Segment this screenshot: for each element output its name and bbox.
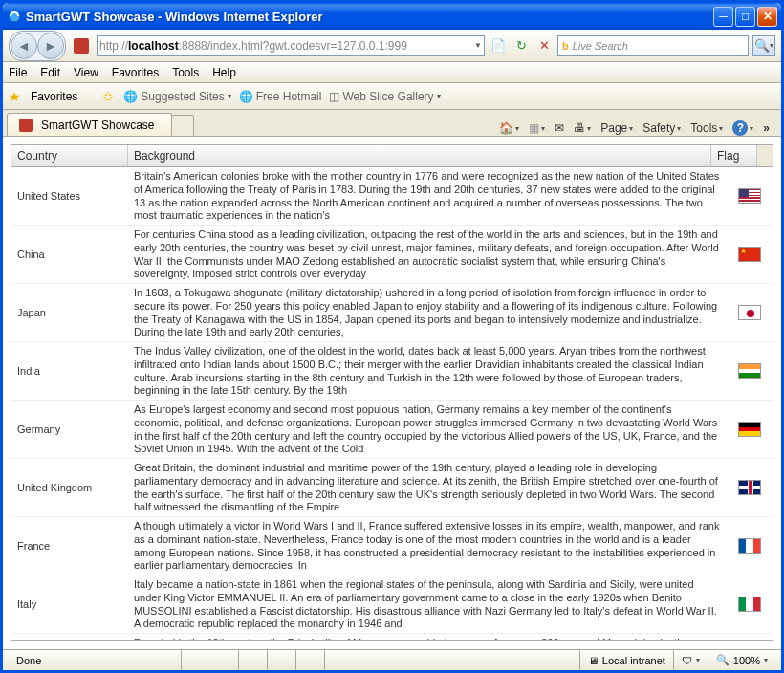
suggested-sites-link[interactable]: 🌐 Suggested Sites▾ xyxy=(123,90,230,103)
table-row[interactable]: GermanyAs Europe's largest economy and s… xyxy=(11,401,773,459)
help-icon: ? xyxy=(732,120,748,136)
safety-menu[interactable]: Safety▾ xyxy=(642,121,681,135)
menu-tools[interactable]: Tools xyxy=(172,66,199,79)
titlebar: SmartGWT Showcase - Windows Internet Exp… xyxy=(3,3,781,30)
table-row[interactable]: RussiaFounded in the 12th century, the P… xyxy=(11,634,773,640)
cell-background: Great Britain, the dominant industrial a… xyxy=(128,459,727,516)
search-button[interactable]: 🔍▾ xyxy=(752,35,775,56)
add-favorite-icon[interactable]: ✩ xyxy=(102,89,114,104)
tab-bar: SmartGWT Showcase 🏠▾ ▦▾ ✉ 🖶▾ Page▾ Safet… xyxy=(3,110,781,137)
flag-icon xyxy=(738,480,761,495)
flag-icon xyxy=(738,305,761,320)
menu-view[interactable]: View xyxy=(74,66,98,79)
cell-background: Although ultimately a victor in World Wa… xyxy=(128,517,727,575)
column-header-background[interactable]: Background xyxy=(128,145,711,166)
address-url: http://localhost:8888/index.html?gwt.cod… xyxy=(99,39,474,53)
zoom-icon: 🔍 xyxy=(716,654,730,666)
cell-flag xyxy=(727,459,773,516)
cell-flag xyxy=(727,517,773,575)
flag-icon xyxy=(738,188,761,204)
bing-icon: b xyxy=(562,40,569,52)
table-row[interactable]: United StatesBritain's American colonies… xyxy=(11,167,773,226)
tab-smartgwt-showcase[interactable]: SmartGWT Showcase xyxy=(7,113,172,136)
table-row[interactable]: United KingdomGreat Britain, the dominan… xyxy=(11,459,773,517)
site-icon xyxy=(74,38,89,54)
cell-country: China xyxy=(11,226,128,283)
flag-icon xyxy=(738,538,761,554)
print-button[interactable]: 🖶▾ xyxy=(574,121,591,135)
status-text: Done xyxy=(9,650,181,670)
table-row[interactable]: ItalyItaly became a nation-state in 1861… xyxy=(11,575,773,634)
cell-country: Japan xyxy=(11,284,128,341)
table-row[interactable]: ChinaFor centuries China stood as a lead… xyxy=(11,226,773,284)
mail-button[interactable]: ✉ xyxy=(555,121,564,135)
web-slice-link[interactable]: ◫ Web Slice Gallery▾ xyxy=(329,90,440,103)
cell-background: For centuries China stood as a leading c… xyxy=(128,226,727,283)
cell-country: Italy xyxy=(11,575,128,633)
country-grid: Country Background Flag United StatesBri… xyxy=(11,144,773,641)
flag-icon xyxy=(738,363,761,379)
cell-flag xyxy=(727,342,773,400)
compat-view-button[interactable]: 📄 xyxy=(489,36,508,55)
cell-background: In 1603, a Tokugawa shogunate (military … xyxy=(128,284,727,341)
feeds-button[interactable]: ▦▾ xyxy=(529,121,545,135)
menu-favorites[interactable]: Favorites xyxy=(112,66,159,79)
refresh-button[interactable]: ↻ xyxy=(512,36,531,55)
home-button[interactable]: 🏠▾ xyxy=(499,121,519,135)
stop-button[interactable]: ✕ xyxy=(534,36,554,55)
address-dropdown-icon[interactable]: ▼ xyxy=(474,41,482,50)
home-icon: 🏠 xyxy=(499,121,513,135)
maximize-button[interactable]: □ xyxy=(735,7,755,27)
protected-mode[interactable]: 🛡▾ xyxy=(673,650,708,670)
tools-menu[interactable]: Tools▾ xyxy=(690,121,723,135)
zoom-control[interactable]: 🔍100%▾ xyxy=(708,650,775,670)
cell-flag xyxy=(727,167,773,225)
cell-flag xyxy=(727,575,773,633)
table-row[interactable]: IndiaThe Indus Valley civilization, one … xyxy=(11,342,773,401)
cell-flag xyxy=(727,226,773,283)
print-icon: 🖶 xyxy=(574,121,585,135)
menu-edit[interactable]: Edit xyxy=(40,66,60,79)
close-button[interactable]: ✕ xyxy=(757,7,777,27)
table-row[interactable]: FranceAlthough ultimately a victor in Wo… xyxy=(11,517,773,575)
content-area: Country Background Flag United StatesBri… xyxy=(3,137,781,649)
column-header-country[interactable]: Country xyxy=(11,145,128,166)
cell-country: France xyxy=(11,517,128,575)
forward-button[interactable]: ► xyxy=(37,33,64,59)
intranet-icon: 🖥 xyxy=(588,655,599,666)
column-header-flag[interactable]: Flag xyxy=(711,145,757,166)
back-button[interactable]: ◄ xyxy=(11,33,37,59)
favorites-star-icon[interactable]: ★ xyxy=(9,89,21,104)
expand-icon[interactable]: » xyxy=(763,121,770,135)
cell-country: Russia xyxy=(11,634,128,640)
cell-flag xyxy=(727,634,773,640)
status-zone: 🖥 Local intranet xyxy=(579,650,673,670)
menu-help[interactable]: Help xyxy=(212,66,236,79)
grid-body[interactable]: United StatesBritain's American colonies… xyxy=(11,167,773,640)
rss-icon: ▦ xyxy=(529,121,539,135)
favorites-bar: ★ Favorites ✩ 🌐 Suggested Sites▾ 🌐 Free … xyxy=(3,83,781,110)
cell-background: Italy became a nation-state in 1861 when… xyxy=(128,575,727,633)
ie-icon xyxy=(7,9,22,24)
minimize-button[interactable]: ─ xyxy=(713,7,733,27)
favorites-label[interactable]: Favorites xyxy=(31,90,77,103)
flag-icon xyxy=(738,597,761,612)
new-tab-button[interactable] xyxy=(171,115,194,136)
free-hotmail-link[interactable]: 🌐 Free Hotmail xyxy=(239,90,322,103)
menu-file[interactable]: File xyxy=(9,66,27,79)
menu-bar: File Edit View Favorites Tools Help xyxy=(3,62,781,83)
search-placeholder: Live Search xyxy=(573,40,628,52)
cell-country: United Kingdom xyxy=(11,459,128,516)
grid-header-scrollbar-spacer xyxy=(757,145,773,166)
address-bar[interactable]: http://localhost:8888/index.html?gwt.cod… xyxy=(97,35,485,56)
mail-icon: ✉ xyxy=(555,121,564,135)
help-button[interactable]: ?▾ xyxy=(732,120,753,136)
window-title: SmartGWT Showcase - Windows Internet Exp… xyxy=(26,10,713,24)
cell-background: As Europe's largest economy and second m… xyxy=(128,401,727,458)
cell-background: The Indus Valley civilization, one of th… xyxy=(128,342,727,400)
search-box[interactable]: b Live Search xyxy=(557,35,749,56)
slice-icon: ◫ xyxy=(329,90,339,103)
page-menu[interactable]: Page▾ xyxy=(600,121,633,135)
table-row[interactable]: JapanIn 1603, a Tokugawa shogunate (mili… xyxy=(11,284,773,342)
flag-icon xyxy=(738,422,761,437)
